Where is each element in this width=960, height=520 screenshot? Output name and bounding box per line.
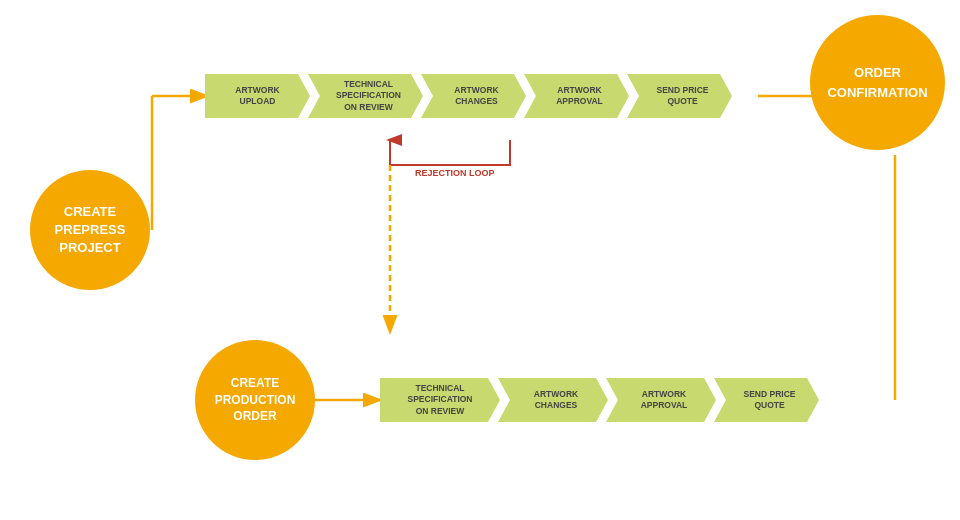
chevron-tech-spec: TECHNICALSPECIFICATIONON REVIEW [308,74,423,118]
top-chevron-row: ARTWORKUPLOAD TECHNICALSPECIFICATIONON R… [205,74,732,118]
artwork-approval-2-label: ARTWORKAPPROVAL [641,389,688,411]
tech-spec-label: TECHNICALSPECIFICATIONON REVIEW [336,79,401,112]
create-production-circle: CREATE PRODUCTION ORDER [195,340,315,460]
chevron-artwork-changes-2: ARTWORKCHANGES [498,378,608,422]
chevron-tech-spec-2: TECHNICALSPECIFICATIONON REVIEW [380,378,500,422]
chevron-artwork-approval-2: ARTWORKAPPROVAL [606,378,716,422]
chevron-send-price-quote-2: SEND PRICEQUOTE [714,378,819,422]
tech-spec-2-label: TECHNICALSPECIFICATIONON REVIEW [407,383,472,416]
order-confirmation-label: ORDER CONFIRMATION [827,63,927,102]
artwork-upload-label: ARTWORKUPLOAD [235,85,279,107]
create-prepress-label: CREATE PREPRESS PROJECT [55,203,126,258]
chevron-artwork-approval: ARTWORKAPPROVAL [524,74,629,118]
artwork-changes-label: ARTWORKCHANGES [454,85,498,107]
artwork-approval-label: ARTWORKAPPROVAL [556,85,603,107]
create-production-label: CREATE PRODUCTION ORDER [215,375,296,425]
chevron-artwork-upload: ARTWORKUPLOAD [205,74,310,118]
order-confirmation-circle: ORDER CONFIRMATION [810,15,945,150]
artwork-changes-2-label: ARTWORKCHANGES [534,389,578,411]
chevron-send-price-quote: SEND PRICEQUOTE [627,74,732,118]
rejection-loop-label: REJECTION LOOP [415,168,495,178]
send-price-quote-2-label: SEND PRICEQUOTE [744,389,796,411]
chevron-artwork-changes: ARTWORKCHANGES [421,74,526,118]
bottom-chevron-row: TECHNICALSPECIFICATIONON REVIEW ARTWORKC… [380,378,819,422]
send-price-quote-label: SEND PRICEQUOTE [657,85,709,107]
create-prepress-circle: CREATE PREPRESS PROJECT [30,170,150,290]
